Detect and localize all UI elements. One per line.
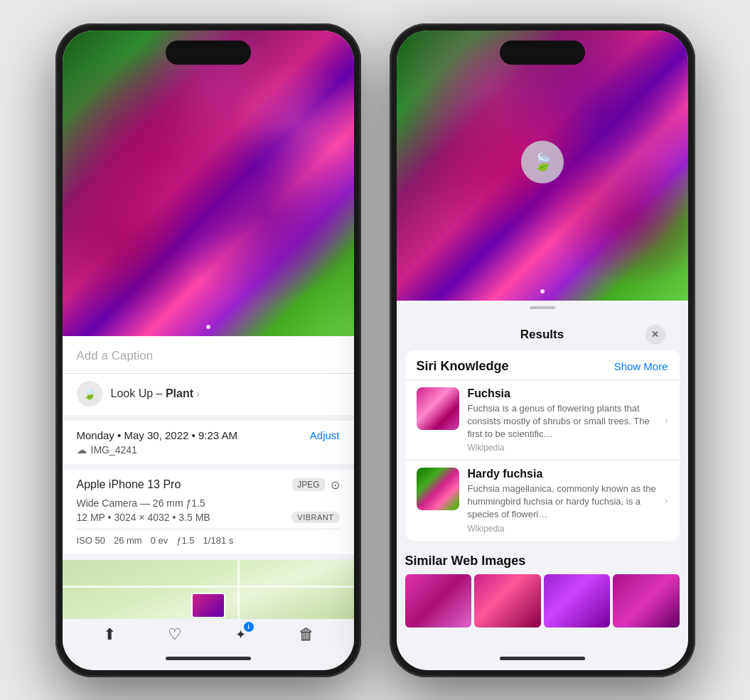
cloud-row: ☁ IMG_4241 (77, 444, 340, 456)
siri-knowledge-section: Siri Knowledge Show More Fuchsia Fuchsia… (405, 350, 680, 541)
left-phone-content: Add a Caption 🍃 Look Up – Plant › (63, 31, 354, 670)
mp-text: 12 MP • 3024 × 4032 • 3.5 MB (77, 512, 210, 523)
exposure-value: 0 ev (151, 535, 168, 546)
fuchsia-description: Fuchsia is a genus of flowering plants t… (468, 402, 656, 441)
info-badge-label: i (247, 623, 250, 630)
shutter-speed: 1/181 s (203, 535, 234, 546)
lookup-chevron-icon: › (196, 388, 200, 399)
map-section[interactable] (63, 560, 354, 624)
jpeg-badge: JPEG (292, 478, 324, 491)
dynamic-island-left (166, 41, 251, 65)
map-photo-thumbnail (191, 593, 225, 618)
lookup-icon-circle: 🍃 (77, 381, 102, 406)
siri-knowledge-header: Siri Knowledge Show More (405, 350, 680, 379)
left-phone-frame: Add a Caption 🍃 Look Up – Plant › (55, 23, 361, 677)
right-phone-frame: 🍃 Results ✕ (390, 23, 695, 677)
results-title: Results (439, 328, 645, 342)
home-indicator-right (500, 657, 585, 660)
similar-images-section: Similar Web Images (397, 546, 688, 633)
map-road-horizontal (63, 586, 354, 588)
siri-dot (540, 289, 545, 294)
knowledge-item-fuchsia[interactable]: Fuchsia Fuchsia is a genus of flowering … (405, 379, 680, 461)
fuchsia-title: Fuchsia (468, 387, 656, 400)
results-header-wrapper: Results ✕ (397, 301, 688, 350)
lookup-label: Look Up – Plant (111, 387, 194, 400)
siri-knowledge-title: Siri Knowledge (417, 359, 509, 374)
hardy-fuchsia-thumbnail (417, 468, 459, 510)
similar-image-4[interactable] (613, 574, 680, 628)
drag-handle[interactable] (530, 306, 555, 309)
share-icon: ⬆ (103, 625, 116, 644)
siri-leaf-icon: 🍃 (532, 152, 553, 172)
right-phone-screen: 🍃 Results ✕ (397, 31, 688, 670)
metadata-section: Monday • May 30, 2022 • 9:23 AM Adjust ☁… (63, 421, 354, 464)
similar-image-3[interactable] (544, 574, 611, 628)
date-row: Monday • May 30, 2022 • 9:23 AM Adjust (77, 429, 340, 441)
lookup-row[interactable]: 🍃 Look Up – Plant › (63, 373, 354, 415)
caption-placeholder[interactable]: Add a Caption (77, 349, 154, 362)
filename: IMG_4241 (91, 444, 137, 456)
iso-value: ISO 50 (77, 535, 105, 546)
phones-container: Add a Caption 🍃 Look Up – Plant › (55, 23, 695, 677)
map-background (63, 560, 354, 624)
camera-spec: Wide Camera — 26 mm ƒ1.5 (77, 497, 340, 509)
adjust-button[interactable]: Adjust (310, 429, 340, 441)
close-icon: ✕ (651, 329, 659, 340)
heart-icon: ♡ (168, 625, 182, 644)
cloud-icon: ☁ (77, 444, 87, 456)
dynamic-island-right (500, 41, 585, 65)
camera-icon: ⊙ (331, 478, 340, 492)
fuchsia-text: Fuchsia Fuchsia is a genus of flowering … (468, 387, 656, 453)
map-road-vertical (237, 560, 240, 624)
aperture-value: ƒ1.5 (176, 535, 194, 546)
favorite-button[interactable]: ♡ (159, 619, 191, 650)
info-badge: i (244, 622, 254, 632)
flower-photo-left[interactable] (63, 31, 354, 336)
flower-photo-right[interactable]: 🍃 (397, 31, 688, 301)
flower-overlay (63, 31, 354, 336)
fuchsia-chevron-icon: › (665, 414, 668, 426)
similar-image-1[interactable] (405, 574, 472, 628)
siri-visual-lookup-bubble[interactable]: 🍃 (521, 141, 564, 183)
hardy-fuchsia-text: Hardy fuchsia Fuchsia magellanica, commo… (468, 468, 656, 534)
caption-area[interactable]: Add a Caption (63, 336, 354, 373)
results-header: Results ✕ (405, 316, 680, 350)
mp-row: 12 MP • 3024 × 4032 • 3.5 MB VIBRANT (77, 512, 340, 523)
device-row: Apple iPhone 13 Pro JPEG ⊙ (77, 478, 340, 492)
trash-icon: 🗑 (299, 625, 314, 644)
fuchsia-source: Wikipedia (468, 443, 656, 453)
close-results-button[interactable]: ✕ (645, 325, 665, 345)
focal-length: 26 mm (114, 535, 142, 546)
similar-images-grid (405, 574, 680, 628)
hardy-fuchsia-title: Hardy fuchsia (468, 468, 656, 480)
hardy-fuchsia-description: Fuchsia magellanica, commonly known as t… (468, 483, 656, 522)
photo-dot (206, 325, 210, 329)
hardy-fuchsia-chevron-icon: › (665, 495, 668, 506)
left-phone-screen: Add a Caption 🍃 Look Up – Plant › (63, 31, 354, 670)
fuchsia-thumbnail (417, 387, 459, 430)
right-phone-content: 🍃 Results ✕ (397, 31, 688, 670)
right-info-section: Results ✕ Siri Knowledge Show More (397, 301, 688, 670)
hardy-fuchsia-source: Wikipedia (468, 524, 656, 534)
home-indicator-left (166, 657, 251, 660)
toolbar-left: ⬆ ♡ ✦ i 🗑 (63, 619, 354, 650)
date-text: Monday • May 30, 2022 • 9:23 AM (77, 429, 237, 441)
delete-button[interactable]: 🗑 (291, 619, 322, 650)
device-section: Apple iPhone 13 Pro JPEG ⊙ Wide Camera —… (63, 470, 354, 554)
info-button[interactable]: ✦ i (225, 619, 257, 650)
device-name: Apple iPhone 13 Pro (77, 478, 181, 491)
share-button[interactable]: ⬆ (94, 619, 125, 650)
similar-images-title: Similar Web Images (405, 554, 680, 569)
vibrant-badge: VIBRANT (291, 512, 339, 523)
knowledge-item-hardy-fuchsia[interactable]: Hardy fuchsia Fuchsia magellanica, commo… (405, 460, 680, 541)
show-more-button[interactable]: Show More (614, 360, 668, 372)
leaf-icon: 🍃 (82, 387, 97, 400)
exif-row: ISO 50 26 mm 0 ev ƒ1.5 1/181 s (77, 529, 340, 546)
similar-image-2[interactable] (474, 574, 541, 628)
